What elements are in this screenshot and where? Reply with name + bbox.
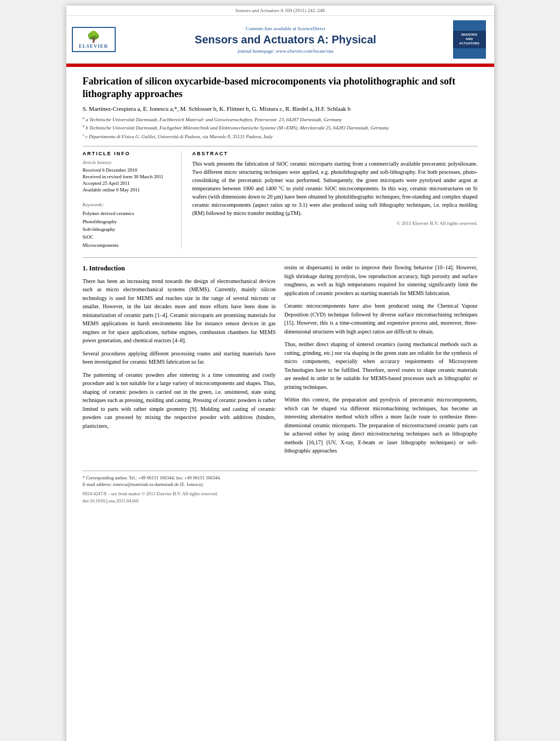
- history-label: Article history:: [83, 160, 174, 165]
- sensors-text: SENSORS: [454, 33, 485, 37]
- body-para-1: There has been an increasing trend towar…: [83, 277, 276, 345]
- sensors-logo-img: SENSORS AND ACTUATORS: [453, 20, 486, 59]
- elsevier-tree-icon: 🌳: [87, 30, 100, 43]
- keyword-1: Polymer derived ceramics: [83, 210, 174, 217]
- body-para-r4: Within this context, the preparation and…: [285, 395, 478, 455]
- elsevier-logo: 🌳 ELSEVIER: [72, 27, 121, 52]
- contents-text: Contents lists available at ScienceDirec…: [246, 26, 325, 31]
- abstract-heading: ABSTRACT: [193, 151, 478, 156]
- keyword-4: SiOC: [83, 233, 174, 241]
- homepage-line: journal homepage: www.elsevier.com/locat…: [121, 48, 450, 54]
- article-title: Fabrication of silicon oxycarbide-based …: [83, 75, 478, 101]
- body-para-r2: Ceramic microcomponents have also been p…: [285, 302, 478, 336]
- body-para-r1: resins or dispersants) in order to impro…: [285, 263, 478, 297]
- article-info-heading: ARTICLE INFO: [83, 151, 174, 156]
- body-col-left: 1. Introduction There has been an increa…: [83, 263, 276, 460]
- keywords-label: Keywords:: [83, 202, 174, 207]
- abstract-text: This work presents the fabrication of Si…: [193, 160, 478, 217]
- red-bar: [66, 64, 494, 66]
- article-content: Fabrication of silicon oxycarbide-based …: [66, 67, 494, 513]
- received-date: Received 6 December 2010: [83, 167, 174, 173]
- body-para-r3: Thus, neither direct shaping of sintered…: [285, 340, 478, 391]
- divider2: [83, 257, 478, 258]
- page: Sensors and Actuators A 169 (2011) 242–2…: [66, 5, 494, 741]
- body-para-2: Several procedures applying different pr…: [83, 349, 276, 366]
- contents-line: Contents lists available at ScienceDirec…: [121, 26, 450, 31]
- copyright-line: © 2011 Elsevier B.V. All rights reserved…: [193, 220, 478, 226]
- body-section: 1. Introduction There has been an increa…: [83, 263, 478, 460]
- accepted-date: Accepted 25 April 2011: [83, 180, 174, 186]
- available-date: Available online 6 May 2011: [83, 187, 174, 193]
- section1-title: 1. Introduction: [83, 263, 276, 274]
- journal-ref: Sensors and Actuators A 169 (2011) 242–2…: [235, 8, 325, 13]
- journal-header: Sensors and Actuators A 169 (2011) 242–2…: [66, 5, 494, 67]
- journal-title: Sensors and Actuators A: Physical: [121, 33, 450, 46]
- info-abstract-section: ARTICLE INFO Article history: Received 6…: [83, 151, 478, 249]
- sensors-logo-top: SENSORS AND ACTUATORS: [453, 31, 486, 48]
- footnote-area: * Corresponding author. Tel.: +49 06151 …: [83, 471, 478, 505]
- body-para-3: The patterning of ceramic powders after …: [83, 371, 276, 431]
- body-col-right: resins or dispersants) in order to impro…: [285, 263, 478, 460]
- elsevier-brand: ELSEVIER: [79, 43, 109, 49]
- header-main: 🌳 ELSEVIER Contents lists available at S…: [66, 16, 494, 64]
- elsevier-logo-box: 🌳 ELSEVIER: [72, 27, 116, 52]
- authors: S. Martínez-Crespiera a, E. Ionescu a,*,…: [83, 105, 478, 112]
- actuators-text: ACTUATORS: [454, 42, 485, 46]
- journal-title-area: Contents lists available at ScienceDirec…: [121, 26, 450, 54]
- top-bar: Sensors and Actuators A 169 (2011) 242–2…: [66, 5, 494, 16]
- affiliation-a: a a Technische Universität Darmstadt, Fa…: [83, 115, 478, 124]
- affiliations: a a Technische Universität Darmstadt, Fa…: [83, 115, 478, 141]
- corresponding-note: * Corresponding author. Tel.: +49 06151 …: [83, 474, 478, 482]
- sensors-logo-box: SENSORS AND ACTUATORS: [450, 20, 489, 59]
- divider: [83, 146, 478, 146]
- received-revised-date: Received in revised form 30 March 2011: [83, 174, 174, 179]
- keyword-2: Photolithography: [83, 218, 174, 225]
- homepage-url[interactable]: www.elsevier.com/locate/sna: [276, 48, 333, 54]
- email-note: E-mail address: ionescu@materials.tu-dar…: [83, 481, 478, 488]
- abstract-col: ABSTRACT This work presents the fabricat…: [193, 151, 478, 249]
- keyword-5: Microcomponents: [83, 241, 174, 249]
- article-info-col: ARTICLE INFO Article history: Received 6…: [83, 151, 182, 249]
- affiliation-b: b b Technische Universität Darmstadt, Fa…: [83, 123, 478, 132]
- and-text: AND: [454, 37, 485, 42]
- homepage-label: journal homepage:: [237, 48, 274, 54]
- issn-line: 0924-4247/$ – see front matter © 2011 El…: [83, 490, 478, 505]
- affiliation-c: c c Dipartimento di Fisica G. Galilei, U…: [83, 132, 478, 141]
- keyword-3: Soft-lithography: [83, 225, 174, 233]
- keywords-list: Polymer derived ceramics Photolithograph…: [83, 210, 174, 249]
